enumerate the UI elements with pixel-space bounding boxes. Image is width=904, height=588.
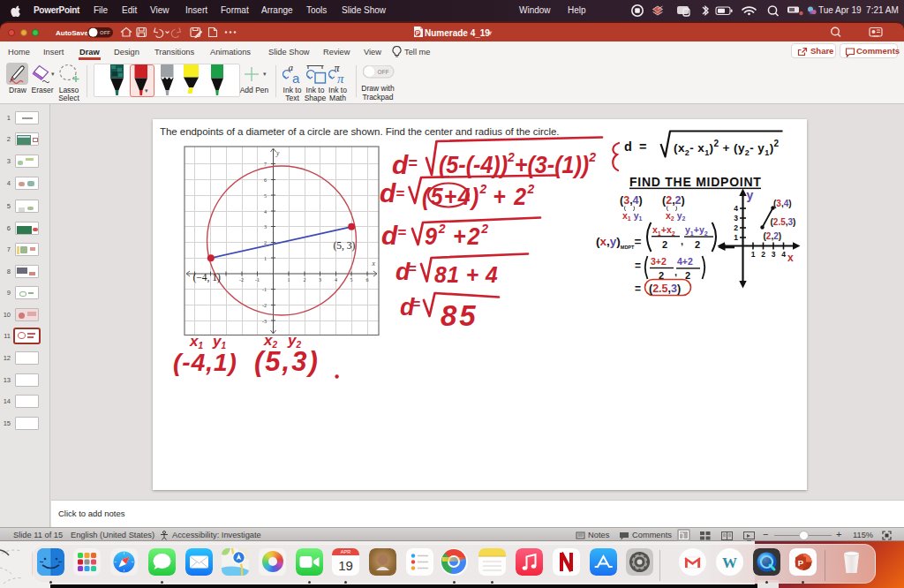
svg-text:FIND THE MIDPOINT: FIND THE MIDPOINT — [629, 175, 762, 189]
svg-text:3: 3 — [264, 224, 267, 230]
svg-text:=: = — [409, 155, 418, 172]
svg-text:(2,2): (2,2) — [764, 231, 782, 241]
svg-text:d: d — [392, 150, 409, 179]
svg-text:(3,4): (3,4) — [620, 194, 643, 207]
svg-text:2: 2 — [304, 277, 306, 283]
svg-text:6: 6 — [366, 277, 369, 283]
svg-text:-2: -2 — [239, 277, 244, 283]
svg-text:(x,y)MDPT=: (x,y)MDPT= — [596, 235, 641, 250]
svg-text:2: 2 — [734, 223, 738, 232]
svg-text:x2y2: x2y2 — [666, 210, 686, 222]
svg-text:4: 4 — [335, 277, 337, 283]
svg-text:y: y — [747, 188, 754, 202]
svg-text:3: 3 — [772, 250, 776, 259]
svg-text:4: 4 — [734, 204, 738, 213]
svg-text:(5,3): (5,3) — [254, 346, 320, 377]
svg-text:(3,4): (3,4) — [773, 199, 792, 208]
svg-text:2: 2 — [662, 239, 667, 250]
svg-text:(−4, 1): (−4, 1) — [193, 272, 222, 283]
svg-text:3: 3 — [734, 214, 738, 222]
svg-text:1: 1 — [751, 250, 756, 259]
svg-text:x: x — [372, 260, 376, 268]
svg-text:=: = — [635, 283, 641, 295]
svg-text:x1+x2: x1+x2 — [652, 224, 675, 237]
svg-text:4+2: 4+2 — [677, 256, 693, 267]
svg-text:-1: -1 — [262, 287, 267, 292]
svg-text:(2,2): (2,2) — [662, 194, 685, 207]
svg-text:APR: APR — [341, 549, 350, 554]
svg-text:(2.5,3): (2.5,3) — [649, 283, 681, 295]
svg-text:y1+y2: y1+y2 — [685, 224, 708, 237]
svg-text:=: = — [635, 260, 641, 272]
svg-text:-1: -1 — [255, 277, 260, 283]
svg-text:1: 1 — [264, 256, 267, 261]
svg-text:6: 6 — [264, 177, 267, 183]
svg-text:3: 3 — [319, 277, 321, 283]
svg-text:5: 5 — [350, 277, 353, 283]
svg-text:-2: -2 — [262, 303, 267, 308]
svg-text:d: d — [381, 221, 398, 250]
svg-text:x: x — [787, 252, 794, 264]
svg-text:85: 85 — [441, 299, 478, 332]
svg-text:4: 4 — [781, 250, 786, 259]
svg-text:=: = — [396, 185, 405, 202]
svg-text:19: 19 — [338, 558, 353, 573]
svg-text:(-4,1): (-4,1) — [173, 349, 237, 376]
svg-text:d =: d = — [624, 139, 646, 154]
svg-text:3+2: 3+2 — [651, 256, 667, 267]
svg-text:4: 4 — [264, 209, 267, 215]
svg-text:2: 2 — [264, 240, 267, 245]
svg-text:y: y — [275, 149, 280, 157]
svg-text:(5, 3): (5, 3) — [334, 240, 356, 252]
svg-text:(x2- x1)2 + (y2- y1)2: (x2- x1)2 + (y2- y1)2 — [674, 139, 780, 157]
svg-text:,: , — [681, 236, 683, 246]
svg-text:92+22: 92+22 — [425, 222, 490, 251]
svg-text:(5-(-4))2+(3-(1))2: (5-(-4))2+(3-(1))2 — [439, 149, 596, 178]
svg-text:2: 2 — [761, 250, 765, 259]
svg-text:1: 1 — [734, 233, 738, 242]
svg-text:W: W — [722, 554, 737, 570]
svg-text:(2.5,3): (2.5,3) — [771, 217, 796, 227]
svg-text:5: 5 — [264, 193, 267, 199]
svg-text:P: P — [798, 557, 804, 567]
svg-text:The endpoints of a diameter of: The endpoints of a diameter of a circle … — [160, 126, 559, 137]
svg-text:=: = — [398, 224, 407, 241]
svg-text:2: 2 — [695, 239, 700, 250]
svg-text:x1y1: x1y1 — [622, 210, 643, 222]
svg-text:2: 2 — [685, 270, 690, 281]
svg-text:-3: -3 — [262, 319, 267, 324]
svg-text:1: 1 — [288, 277, 290, 283]
svg-text:81 + 4: 81 + 4 — [434, 261, 498, 287]
svg-text:d: d — [380, 178, 396, 207]
svg-text:=: = — [412, 297, 420, 312]
svg-text:=: = — [409, 261, 417, 276]
svg-text:7: 7 — [264, 162, 267, 167]
